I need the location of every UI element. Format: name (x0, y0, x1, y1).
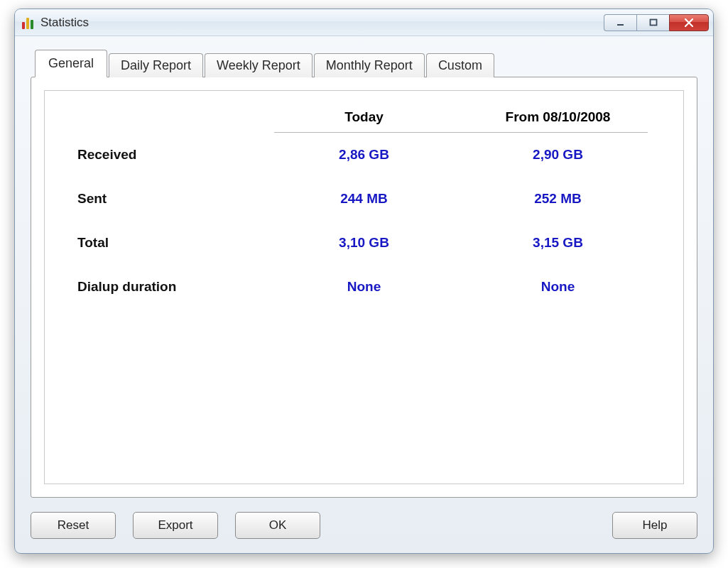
window-title: Statistics (40, 16, 604, 30)
row-label-dialup: Dialup duration (73, 279, 267, 295)
stats-table: Today From 08/10/2008 Received 2,86 GB 2… (73, 109, 655, 309)
content-area: General Daily Report Weekly Report Month… (15, 36, 713, 553)
column-header-today: Today (267, 109, 461, 125)
reset-button[interactable]: Reset (31, 512, 116, 539)
tab-monthly-report[interactable]: Monthly Report (314, 53, 425, 77)
svg-rect-1 (650, 19, 656, 25)
close-button[interactable] (669, 14, 709, 31)
value-received-from: 2,90 GB (461, 147, 655, 163)
tab-pane-general: Today From 08/10/2008 Received 2,86 GB 2… (31, 77, 697, 498)
statistics-window: Statistics General Daily Report Weekly R… (14, 9, 714, 554)
row-label-received: Received (73, 147, 267, 163)
titlebar: Statistics (15, 9, 713, 36)
maximize-button[interactable] (636, 14, 669, 31)
value-sent-from: 252 MB (461, 191, 655, 207)
row-label-sent: Sent (73, 191, 267, 207)
window-controls (604, 14, 709, 31)
svg-rect-0 (617, 24, 624, 26)
column-header-from: From 08/10/2008 (461, 109, 655, 125)
button-bar: Reset Export OK Help (31, 512, 697, 539)
value-total-today: 3,10 GB (267, 235, 461, 251)
app-icon (22, 16, 35, 29)
table-header-row: Today From 08/10/2008 (73, 109, 655, 132)
value-dialup-today: None (267, 279, 461, 295)
table-row: Received 2,86 GB 2,90 GB (73, 133, 655, 177)
value-total-from: 3,15 GB (461, 235, 655, 251)
value-dialup-from: None (461, 279, 655, 295)
tab-daily-report[interactable]: Daily Report (109, 53, 203, 77)
ok-button[interactable]: OK (235, 512, 320, 539)
close-icon (683, 17, 695, 28)
value-sent-today: 244 MB (267, 191, 461, 207)
tabs: General Daily Report Weekly Report Month… (35, 49, 697, 77)
minimize-button[interactable] (604, 14, 636, 31)
stats-frame: Today From 08/10/2008 Received 2,86 GB 2… (44, 90, 684, 484)
tab-custom[interactable]: Custom (426, 53, 494, 77)
table-row: Sent 244 MB 252 MB (73, 177, 655, 221)
tab-weekly-report[interactable]: Weekly Report (205, 53, 313, 77)
header-underline (73, 132, 655, 133)
export-button[interactable]: Export (133, 512, 218, 539)
maximize-icon (648, 18, 658, 28)
table-row: Dialup duration None None (73, 265, 655, 309)
tab-general[interactable]: General (35, 50, 107, 77)
value-received-today: 2,86 GB (267, 147, 461, 163)
help-button[interactable]: Help (612, 512, 697, 539)
minimize-icon (616, 18, 626, 28)
row-label-total: Total (73, 235, 267, 251)
table-row: Total 3,10 GB 3,15 GB (73, 221, 655, 265)
